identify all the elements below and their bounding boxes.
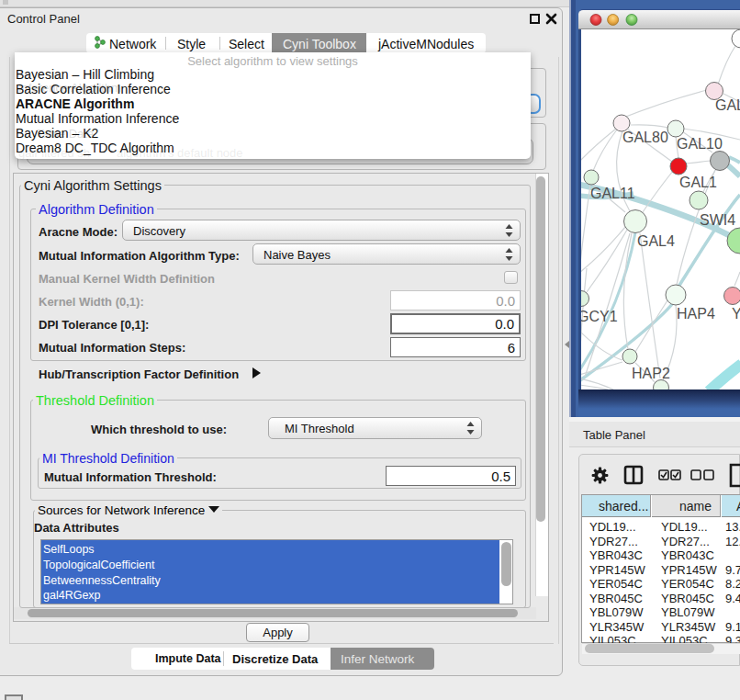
svg-text:GAL11: GAL11 <box>590 186 635 201</box>
svg-text:GAL7: GAL7 <box>715 97 740 113</box>
svg-text:Y: Y <box>732 306 740 322</box>
svg-text:GAL4: GAL4 <box>637 233 675 249</box>
svg-text:SWI4: SWI4 <box>700 212 735 228</box>
svg-text:HAP2: HAP2 <box>632 366 670 381</box>
svg-text:GAL80: GAL80 <box>622 130 668 145</box>
svg-text:GCY1: GCY1 <box>581 309 618 324</box>
svg-text:HAP4: HAP4 <box>677 306 715 322</box>
svg-text:GAL10: GAL10 <box>677 136 723 152</box>
svg-text:GAL1: GAL1 <box>679 175 717 190</box>
